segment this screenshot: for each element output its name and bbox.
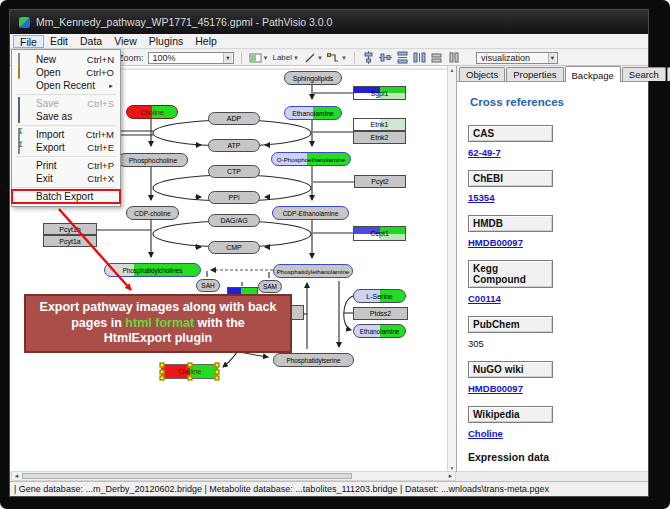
file-menu-item-batch-export[interactable]: Batch Export [12,190,120,203]
connector-tool-button[interactable] [327,51,340,64]
file-menu-item-save-as[interactable]: Save as [12,110,120,123]
node-sah[interactable]: SAH [196,279,220,292]
node-label: DAG/AG [209,215,259,226]
datanode-tool-button[interactable] [249,51,262,64]
node-phosphocholine[interactable]: Phosphocholine [118,153,188,167]
match-width-icon [430,51,443,64]
menu-edit[interactable]: Edit [44,35,74,48]
node-dag-ag[interactable]: DAG/AG [208,214,260,227]
zoom-combobox[interactable]: 100%▾ [148,52,234,64]
node-sphingolipids[interactable]: Sphingolipids [284,71,342,85]
line-tool-button[interactable] [303,51,316,64]
node-label: CTP [209,166,259,177]
xref-link[interactable]: C00114 [468,293,648,304]
node-cdp-ethanolamine[interactable]: CDP-Ethanolamine [272,206,349,220]
menu-file[interactable]: File [13,35,44,48]
node-label: Sgpl1 [354,87,405,99]
menu-help[interactable]: Help [189,35,223,48]
tab-backpage[interactable]: Backpage [565,66,621,82]
node-label: Pcyt1b [44,224,96,234]
node-phosphatidylserine[interactable]: Phosphatidylserine [273,353,354,367]
node-sgpl1[interactable]: Sgpl1 [353,86,406,100]
xref-link[interactable]: 62-49-7 [468,147,648,158]
file-menu-item-export[interactable]: ExportCtrl+E [12,141,120,154]
selection-handle[interactable] [187,376,192,381]
node-o-phosphoethanolamine[interactable]: O-Phosphoethanolamine [271,152,351,166]
node-ethanolamine-bottom[interactable]: Ethanolamine [353,324,406,338]
node-pcyt1b[interactable]: Pcyt1b [43,223,97,235]
menu-data[interactable]: Data [74,35,108,48]
label-dropdown-icon[interactable]: ▼ [293,55,299,61]
menu-plugins[interactable]: Plugins [143,35,189,48]
file-menu-item-open-recent[interactable]: Open Recent► [12,79,120,92]
align-center-y-button[interactable] [379,51,392,64]
selection-handle[interactable] [160,376,165,381]
datanode-dropdown-icon[interactable]: ▼ [263,55,269,61]
canvas-vertical-scrollbar[interactable]: ▲▼ [447,66,456,472]
xref-link[interactable]: HMDB00097 [468,383,648,394]
file-menu-item-import[interactable]: ImportCtrl+M [12,128,120,141]
file-menu-item-print[interactable]: PrintCtrl+P [12,159,120,172]
node-cept1[interactable]: Cept1 [353,226,406,241]
xref-link[interactable]: HMDB00097 [468,237,648,248]
tab-objects[interactable]: Objects [459,67,505,81]
node-etnk1[interactable]: Etnk1 [353,118,406,131]
canvas-horizontal-scrollbar[interactable]: ◄ ► [11,471,456,481]
xref-value: 305 [468,338,648,349]
node-pcyt2[interactable]: Pcyt2 [354,175,406,188]
selection-handle[interactable] [215,369,220,374]
align-center-x-button[interactable] [362,51,375,64]
line-dropdown-icon[interactable]: ▼ [317,55,323,61]
distribute-horizontal-button[interactable] [396,51,409,64]
node-ctp[interactable]: CTP [208,165,260,178]
node-etnk2[interactable]: Etnk2 [353,131,406,144]
node-label: Etnk2 [354,132,405,143]
node-label: SAM [259,281,281,292]
node-ppi[interactable]: PPi [208,191,260,204]
zoom-value: 100% [153,53,176,63]
node-phosphatidylcholines[interactable]: Phosphatidylcholines [104,263,201,277]
xref-link[interactable]: 15354 [468,192,648,203]
selection-handle[interactable] [215,363,220,368]
node-l-serine[interactable]: L-Serine [353,289,406,303]
distribute-vertical-button[interactable] [413,51,426,64]
node-atp[interactable]: ATP [208,139,260,152]
xref-link[interactable]: Choline [468,428,648,439]
tab-properties[interactable]: Properties [506,67,563,81]
selection-handle[interactable] [215,376,220,381]
node-cmp[interactable]: CMP [208,241,260,254]
file-menu-item-save[interactable]: SaveCtrl+S [12,97,120,110]
node-phosphatidylethanolamine[interactable]: Phosphatidylethanolamine [273,264,353,278]
backpage-section-hmdb: HMDBHMDB00097 [468,215,648,248]
match-height-button[interactable] [447,51,460,64]
tab-search[interactable]: Search [622,67,666,81]
scrollbar-thumb[interactable] [22,473,352,479]
node-ptdss2[interactable]: Ptdss2 [353,307,408,320]
align-center-x-icon [362,51,375,64]
node-label: Ethanolamine [354,325,405,337]
visualization-combobox[interactable]: visualization▾ [476,52,558,64]
scroll-up-icon[interactable]: ▲ [450,67,455,73]
visualization-value: visualization [481,53,530,63]
node-cdp-choline[interactable]: CDP-choline [126,206,179,220]
node-choline-bottom[interactable]: Choline [161,364,218,379]
annotation-line: Export pathway images along with back [28,300,288,316]
node-ethanolamine-top[interactable]: Ethanolamine [284,106,342,120]
selection-handle[interactable] [160,369,165,374]
node-label: Phosphatidylcholines [105,264,200,276]
connector-dropdown-icon[interactable]: ▼ [341,55,347,61]
node-pcyt1a[interactable]: Pcyt1a [43,235,97,247]
file-menu-item-open[interactable]: OpenCtrl+O [12,66,120,79]
file-menu-item-new[interactable]: NewCtrl+N [12,53,120,66]
scroll-left-icon[interactable]: ◄ [12,473,21,479]
label-tool-button[interactable]: Label [272,51,292,64]
selection-handle[interactable] [160,363,165,368]
node-choline-top[interactable]: Choline [126,105,178,119]
match-width-button[interactable] [430,51,443,64]
scroll-right-icon[interactable]: ► [446,473,455,479]
file-menu-item-exit[interactable]: ExitCtrl+X [12,172,120,185]
node-adp[interactable]: ADP [208,112,260,125]
menu-view[interactable]: View [108,35,143,48]
selection-handle[interactable] [187,363,192,368]
node-sam[interactable]: SAM [258,280,282,293]
